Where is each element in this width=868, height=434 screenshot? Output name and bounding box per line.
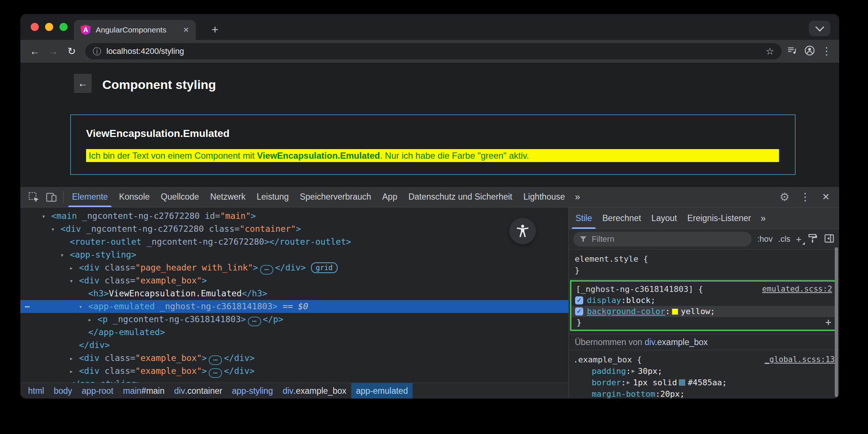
dom-tree-row[interactable]: </app-emulated> (20, 326, 568, 339)
property-checkbox[interactable]: ✓ (575, 307, 583, 316)
devtools-close-icon[interactable]: ✕ (817, 188, 835, 206)
address-bar[interactable]: ⓘ localhost:4200/styling ☆ (85, 43, 782, 59)
style-property-row[interactable]: margin-bottom: 20px; (569, 388, 839, 399)
styles-filter-input[interactable]: Filtern (573, 232, 752, 247)
profile-avatar-icon[interactable] (804, 45, 816, 58)
tree-expand-arrow-icon[interactable]: ▾ (42, 210, 51, 223)
tab-search-button[interactable] (809, 21, 830, 36)
devtools-tab-speicherverbrauch[interactable]: Speicherverbrauch (294, 187, 377, 207)
devtools-tab-datenschutz-und-sicherheit[interactable]: Datenschutz und Sicherheit (403, 187, 518, 207)
property-value[interactable]: 30px (638, 365, 657, 377)
devtools-tab-elemente[interactable]: Elemente (66, 187, 113, 207)
tree-expand-arrow-icon[interactable]: ▾ (51, 223, 61, 236)
dom-tree-row[interactable]: <h3>ViewEncapsulation.Emulated</h3> (20, 287, 568, 300)
property-value[interactable]: #4585aa (688, 377, 722, 388)
dock-sidebar-icon[interactable] (824, 233, 835, 245)
forward-button[interactable]: → (45, 43, 62, 60)
property-name[interactable]: padding (592, 365, 626, 377)
property-name[interactable]: background-color (587, 306, 665, 317)
breadcrumb-item-app-emulated[interactable]: app-emulated (351, 383, 413, 399)
new-style-rule-button[interactable]: + (796, 234, 802, 245)
rendering-brush-icon[interactable] (807, 233, 818, 245)
dom-tree-row[interactable]: </app-styling> (20, 378, 568, 383)
inspect-element-icon[interactable] (25, 188, 42, 206)
devtools-menu-icon[interactable]: ⋮ (796, 188, 814, 206)
dom-tree-row[interactable]: ▾<div _ngcontent-ng-c27672280 class="con… (20, 223, 568, 235)
site-info-icon[interactable]: ⓘ (93, 46, 101, 57)
breadcrumb-item-app-root[interactable]: app-root (77, 383, 118, 399)
tree-expand-arrow-icon[interactable]: ▸ (69, 352, 79, 365)
styles-scrollbar[interactable] (835, 247, 838, 397)
accessibility-overlay-button[interactable] (509, 218, 536, 244)
dom-tree-row[interactable]: ▸<div class="example_box">⋯</div> (20, 352, 568, 365)
sidebar-tab-ereignis-listener[interactable]: Ereignis-Listener (682, 207, 756, 229)
dom-tree-row[interactable]: ▾<main _ngcontent-ng-c27672280 id="main"… (20, 210, 568, 223)
stylesheet-source-link[interactable]: emulated.scss:2 (762, 283, 832, 295)
page-back-button[interactable]: ← (74, 74, 92, 93)
style-property-row[interactable]: padding: ▶30px; (569, 365, 839, 377)
tree-expand-arrow-icon[interactable]: ▾ (69, 275, 79, 287)
breadcrumb-item-app-styling[interactable]: app-styling (227, 383, 278, 399)
dom-tree-row[interactable]: ▸<div class="example_box">⋯</div> (20, 365, 568, 378)
color-swatch[interactable] (672, 309, 678, 315)
new-tab-button[interactable]: + (207, 21, 223, 38)
sidebar-tab-layout[interactable]: Layout (646, 207, 682, 229)
media-controls-icon[interactable] (787, 45, 798, 58)
inherited-link[interactable]: div (645, 337, 655, 347)
dom-tree-row[interactable]: ▸<p _ngcontent-ng-c3618141803>⋯</p> (20, 313, 568, 326)
breadcrumb-item-div[interactable]: div.container (170, 383, 227, 399)
dom-tree-row[interactable]: <router-outlet _ngcontent-ng-c27672280><… (20, 235, 568, 248)
devtools-tab-konsole[interactable]: Konsole (113, 187, 155, 207)
breadcrumb-item-main[interactable]: main#main (118, 383, 170, 399)
inline-expand-icon[interactable]: ⋯ (209, 368, 222, 378)
tree-expand-arrow-icon[interactable]: ▾ (60, 249, 70, 262)
rule-selector[interactable]: .example_box { (573, 354, 642, 365)
rule-selector[interactable]: [_nghost-ng-c3618141803] { (576, 283, 703, 295)
inline-expand-icon[interactable]: ⋯ (209, 355, 222, 365)
stylesheet-source-link[interactable]: _global.scss:13 (765, 354, 835, 365)
element-style-rule[interactable]: element.style { } (569, 249, 839, 279)
bookmark-star-icon[interactable]: ☆ (766, 46, 774, 57)
breadcrumb-item-div[interactable]: div.example_box (278, 383, 351, 399)
inline-expand-icon[interactable]: ⋯ (260, 265, 273, 275)
toggle-class-button[interactable]: .cls (778, 234, 790, 244)
sidebar-tab-berechnet[interactable]: Berechnet (597, 207, 646, 229)
tree-expand-arrow-icon[interactable]: ▸ (69, 262, 79, 275)
tab-close-icon[interactable]: ✕ (183, 25, 189, 34)
style-property-row[interactable]: ✓background-color: yellow; (571, 306, 837, 317)
style-property-row[interactable]: ✓display: block; (571, 295, 837, 306)
devtools-tab-leistung[interactable]: Leistung (251, 187, 294, 207)
style-property-row[interactable]: border: ▶1px solid #4585aa; (569, 377, 839, 388)
expand-triangle-icon[interactable]: ▶ (632, 365, 635, 377)
more-tabs-button[interactable]: » (571, 192, 585, 202)
property-value[interactable]: yellow (681, 306, 710, 317)
browser-tab[interactable]: A AngularComponents ✕ (74, 20, 196, 40)
devtools-tab-app[interactable]: App (377, 187, 403, 207)
dom-tree-row[interactable]: ▾<app-styling> (20, 248, 568, 261)
inline-expand-icon[interactable]: ⋯ (248, 317, 261, 326)
property-name[interactable]: margin-bottom (592, 388, 655, 399)
dom-tree-row[interactable]: ▸<div class="page_header with_link">⋯</d… (20, 261, 568, 274)
reload-button[interactable]: ↻ (63, 43, 80, 60)
dom-tree-row[interactable]: ▾<div class="example_box"> (20, 274, 568, 287)
add-property-button[interactable]: + (825, 317, 831, 328)
property-checkbox[interactable]: ✓ (575, 296, 583, 304)
inherited-link-suffix[interactable]: .example_box (655, 337, 708, 347)
sidebar-more-tabs-button[interactable]: » (756, 213, 770, 224)
device-toolbar-icon[interactable] (42, 188, 60, 206)
tree-expand-arrow-icon[interactable]: ▾ (79, 300, 88, 313)
grid-badge[interactable]: grid (311, 262, 338, 273)
breadcrumb-item-body[interactable]: body (49, 383, 77, 399)
devtools-tab-quellcode[interactable]: Quellcode (155, 187, 205, 207)
dom-tree-row[interactable]: ⋯▾<app-emulated _nghost-ng-c3618141803> … (20, 300, 568, 313)
close-window-button[interactable] (31, 23, 39, 31)
devtools-tab-lighthouse[interactable]: Lighthouse (518, 187, 571, 207)
element-style-selector[interactable]: element.style { (575, 253, 833, 265)
minimize-window-button[interactable] (45, 23, 53, 31)
browser-menu-icon[interactable]: ⋮ (821, 46, 832, 56)
tree-expand-arrow-icon[interactable]: ▸ (88, 313, 98, 326)
dom-tree-row[interactable]: </div> (20, 339, 568, 352)
toggle-hover-state-button[interactable]: :hov (757, 234, 773, 244)
maximize-window-button[interactable] (59, 23, 68, 31)
back-button[interactable]: ← (26, 43, 43, 60)
